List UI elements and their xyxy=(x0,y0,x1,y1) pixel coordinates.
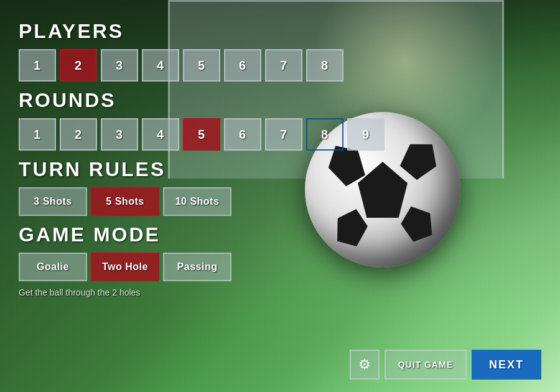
game-mode-option-goalie[interactable]: Goalie xyxy=(19,253,87,281)
player-option-6[interactable]: 6 xyxy=(224,49,261,82)
turn-rules-options: 3 Shots5 Shots10 Shots xyxy=(19,187,541,216)
player-option-2[interactable]: 2 xyxy=(60,49,97,82)
players-options: 12345678 xyxy=(19,49,541,82)
turn-rule-option-10-shots[interactable]: 10 Shots xyxy=(163,187,231,216)
game-mode-option-two-hole[interactable]: Two Hole xyxy=(91,253,159,281)
rounds-options: 123456789 xyxy=(19,118,541,151)
main-content: PLAYERS 12345678 ROUNDS 123456789 TURN R… xyxy=(0,0,560,392)
round-option-4[interactable]: 4 xyxy=(142,118,179,151)
player-option-1[interactable]: 1 xyxy=(19,49,56,82)
player-option-5[interactable]: 5 xyxy=(183,49,220,82)
game-mode-options: GoalieTwo HolePassing xyxy=(19,253,541,281)
round-option-5[interactable]: 5 xyxy=(183,118,220,151)
player-option-4[interactable]: 4 xyxy=(142,49,179,82)
next-button[interactable]: NEXT xyxy=(472,350,541,380)
settings-button[interactable]: ⚙ xyxy=(350,350,380,380)
turn-rule-option-3-shots[interactable]: 3 Shots xyxy=(19,187,87,216)
round-option-2[interactable]: 2 xyxy=(60,118,97,151)
rounds-title: ROUNDS xyxy=(19,89,541,112)
round-option-8[interactable]: 8 xyxy=(306,118,343,151)
round-option-7[interactable]: 7 xyxy=(265,118,302,151)
player-option-7[interactable]: 7 xyxy=(265,49,302,82)
round-option-6[interactable]: 6 xyxy=(224,118,261,151)
players-title: PLAYERS xyxy=(19,20,541,43)
player-option-3[interactable]: 3 xyxy=(101,49,138,82)
quit-game-button[interactable]: QUIT GAME xyxy=(385,350,467,380)
round-option-3[interactable]: 3 xyxy=(101,118,138,151)
round-option-1[interactable]: 1 xyxy=(19,118,56,151)
game-mode-option-passing[interactable]: Passing xyxy=(163,253,231,281)
game-mode-title: GAME MODE xyxy=(19,223,541,246)
bottom-right-controls: ⚙ QUIT GAME NEXT xyxy=(350,350,541,380)
game-mode-description: Get the ball through the 2 holes xyxy=(19,287,541,297)
turn-rules-title: TURN RULES xyxy=(19,158,541,181)
bottom-bar: ⚙ QUIT GAME NEXT xyxy=(19,350,541,380)
turn-rule-option-5-shots[interactable]: 5 Shots xyxy=(91,187,159,216)
round-option-9[interactable]: 9 xyxy=(347,118,385,151)
player-option-8[interactable]: 8 xyxy=(306,49,343,82)
